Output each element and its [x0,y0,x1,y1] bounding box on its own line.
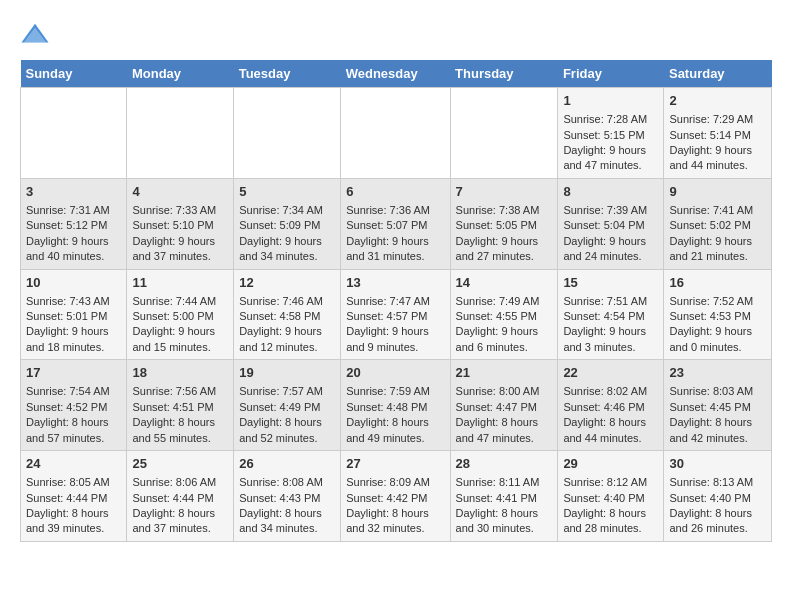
calendar-cell: 13Sunrise: 7:47 AMSunset: 4:57 PMDayligh… [341,269,450,360]
day-number: 2 [669,92,766,110]
day-info: Sunrise: 7:52 AM [669,294,766,309]
day-info: Daylight: 8 hours and 55 minutes. [132,415,228,446]
day-info: Sunrise: 7:51 AM [563,294,658,309]
day-number: 10 [26,274,121,292]
day-info: Sunset: 4:43 PM [239,491,335,506]
day-info: Sunrise: 7:28 AM [563,112,658,127]
day-info: Daylight: 9 hours and 3 minutes. [563,324,658,355]
day-info: Sunrise: 7:59 AM [346,384,444,399]
day-info: Daylight: 9 hours and 31 minutes. [346,234,444,265]
calendar-cell: 16Sunrise: 7:52 AMSunset: 4:53 PMDayligh… [664,269,772,360]
day-info: Sunrise: 8:09 AM [346,475,444,490]
day-info: Sunrise: 8:00 AM [456,384,553,399]
calendar-cell: 22Sunrise: 8:02 AMSunset: 4:46 PMDayligh… [558,360,664,451]
day-info: Sunrise: 8:03 AM [669,384,766,399]
day-number: 14 [456,274,553,292]
day-info: Sunrise: 7:41 AM [669,203,766,218]
day-info: Sunrise: 7:39 AM [563,203,658,218]
day-info: Sunset: 5:07 PM [346,218,444,233]
calendar-cell: 2Sunrise: 7:29 AMSunset: 5:14 PMDaylight… [664,88,772,179]
day-info: Sunrise: 7:33 AM [132,203,228,218]
calendar-cell: 3Sunrise: 7:31 AMSunset: 5:12 PMDaylight… [21,178,127,269]
calendar-cell [341,88,450,179]
calendar-cell: 30Sunrise: 8:13 AMSunset: 4:40 PMDayligh… [664,451,772,542]
day-info: Daylight: 9 hours and 47 minutes. [563,143,658,174]
day-info: Sunset: 5:10 PM [132,218,228,233]
week-row-1: 3Sunrise: 7:31 AMSunset: 5:12 PMDaylight… [21,178,772,269]
calendar-cell: 15Sunrise: 7:51 AMSunset: 4:54 PMDayligh… [558,269,664,360]
day-number: 25 [132,455,228,473]
header-cell-sunday: Sunday [21,60,127,88]
day-info: Daylight: 9 hours and 44 minutes. [669,143,766,174]
calendar-cell: 28Sunrise: 8:11 AMSunset: 4:41 PMDayligh… [450,451,558,542]
day-info: Daylight: 8 hours and 39 minutes. [26,506,121,537]
day-number: 17 [26,364,121,382]
calendar-cell: 24Sunrise: 8:05 AMSunset: 4:44 PMDayligh… [21,451,127,542]
day-info: Sunrise: 8:11 AM [456,475,553,490]
day-number: 21 [456,364,553,382]
day-info: Daylight: 8 hours and 52 minutes. [239,415,335,446]
day-info: Sunset: 4:41 PM [456,491,553,506]
day-info: Daylight: 8 hours and 44 minutes. [563,415,658,446]
week-row-2: 10Sunrise: 7:43 AMSunset: 5:01 PMDayligh… [21,269,772,360]
page-header [20,20,772,50]
day-info: Sunset: 5:12 PM [26,218,121,233]
calendar-cell: 8Sunrise: 7:39 AMSunset: 5:04 PMDaylight… [558,178,664,269]
day-number: 12 [239,274,335,292]
calendar-body: 1Sunrise: 7:28 AMSunset: 5:15 PMDaylight… [21,88,772,542]
day-info: Sunrise: 8:13 AM [669,475,766,490]
calendar-cell: 21Sunrise: 8:00 AMSunset: 4:47 PMDayligh… [450,360,558,451]
day-info: Daylight: 9 hours and 6 minutes. [456,324,553,355]
calendar-cell [21,88,127,179]
day-info: Sunset: 5:14 PM [669,128,766,143]
day-info: Sunrise: 8:12 AM [563,475,658,490]
calendar-cell: 1Sunrise: 7:28 AMSunset: 5:15 PMDaylight… [558,88,664,179]
week-row-3: 17Sunrise: 7:54 AMSunset: 4:52 PMDayligh… [21,360,772,451]
calendar-cell: 11Sunrise: 7:44 AMSunset: 5:00 PMDayligh… [127,269,234,360]
day-number: 28 [456,455,553,473]
calendar-cell: 29Sunrise: 8:12 AMSunset: 4:40 PMDayligh… [558,451,664,542]
day-number: 16 [669,274,766,292]
day-info: Sunset: 4:44 PM [26,491,121,506]
header-cell-saturday: Saturday [664,60,772,88]
calendar-cell: 27Sunrise: 8:09 AMSunset: 4:42 PMDayligh… [341,451,450,542]
day-info: Daylight: 8 hours and 37 minutes. [132,506,228,537]
calendar-cell [127,88,234,179]
day-number: 23 [669,364,766,382]
day-number: 29 [563,455,658,473]
day-info: Sunrise: 7:54 AM [26,384,121,399]
day-info: Sunset: 4:49 PM [239,400,335,415]
calendar-cell: 20Sunrise: 7:59 AMSunset: 4:48 PMDayligh… [341,360,450,451]
day-info: Daylight: 8 hours and 57 minutes. [26,415,121,446]
day-info: Daylight: 9 hours and 40 minutes. [26,234,121,265]
calendar-cell: 18Sunrise: 7:56 AMSunset: 4:51 PMDayligh… [127,360,234,451]
day-info: Daylight: 8 hours and 30 minutes. [456,506,553,537]
header-row: SundayMondayTuesdayWednesdayThursdayFrid… [21,60,772,88]
day-info: Daylight: 9 hours and 24 minutes. [563,234,658,265]
day-info: Sunset: 4:51 PM [132,400,228,415]
day-number: 24 [26,455,121,473]
day-number: 7 [456,183,553,201]
day-info: Sunrise: 7:57 AM [239,384,335,399]
day-info: Sunset: 4:53 PM [669,309,766,324]
calendar-cell: 7Sunrise: 7:38 AMSunset: 5:05 PMDaylight… [450,178,558,269]
calendar-cell: 17Sunrise: 7:54 AMSunset: 4:52 PMDayligh… [21,360,127,451]
day-number: 3 [26,183,121,201]
day-number: 6 [346,183,444,201]
day-info: Sunset: 5:01 PM [26,309,121,324]
day-number: 15 [563,274,658,292]
day-number: 11 [132,274,228,292]
day-info: Daylight: 9 hours and 27 minutes. [456,234,553,265]
day-number: 27 [346,455,444,473]
calendar-cell: 19Sunrise: 7:57 AMSunset: 4:49 PMDayligh… [234,360,341,451]
day-info: Sunrise: 8:06 AM [132,475,228,490]
header-cell-wednesday: Wednesday [341,60,450,88]
calendar-cell: 12Sunrise: 7:46 AMSunset: 4:58 PMDayligh… [234,269,341,360]
day-number: 30 [669,455,766,473]
day-info: Daylight: 8 hours and 28 minutes. [563,506,658,537]
day-info: Sunrise: 7:36 AM [346,203,444,218]
calendar-cell: 14Sunrise: 7:49 AMSunset: 4:55 PMDayligh… [450,269,558,360]
day-info: Sunrise: 7:44 AM [132,294,228,309]
day-info: Sunrise: 7:34 AM [239,203,335,218]
week-row-0: 1Sunrise: 7:28 AMSunset: 5:15 PMDaylight… [21,88,772,179]
